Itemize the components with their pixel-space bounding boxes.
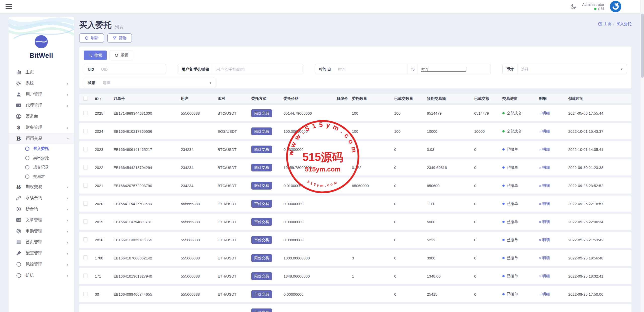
chevron-icon: ‹ (67, 218, 68, 222)
sidebar-item-3[interactable]: 代理管理‹ (9, 100, 74, 111)
table-row: 30EB1664099406744655555666888ETH/USDT市价交… (79, 286, 631, 302)
cell-id: 171 (95, 274, 113, 278)
detail-link[interactable]: » 明细 (539, 111, 550, 115)
sidebar-item-0[interactable]: 主页 (9, 67, 74, 78)
sidebar-item-11[interactable]: 申购管理‹ (9, 226, 74, 237)
sidebar-item-8[interactable]: 永续合约‹ (9, 192, 74, 203)
scrollbar-thumb[interactable] (641, 14, 644, 78)
sidebar-item-6[interactable]: B币币交易‹ (9, 133, 74, 144)
breadcrumb-home-link[interactable]: 主页 (598, 22, 611, 26)
circle-bullet-icon (25, 147, 29, 151)
row-checkbox[interactable] (83, 183, 88, 188)
refresh-button[interactable]: 刷新 (79, 33, 104, 43)
status-text: 已撤单 (507, 147, 518, 152)
user-info[interactable]: Administrator 在线 (582, 2, 604, 11)
user-avatar[interactable] (610, 1, 621, 12)
row-checkbox[interactable] (83, 237, 88, 242)
breadcrumb: 主页 / 买入委托 (598, 22, 631, 26)
uid-input[interactable] (101, 67, 163, 71)
cell-order-no: EB1664101961327940 (113, 274, 181, 278)
dark-mode-moon-icon[interactable] (570, 3, 577, 10)
sidebar-item-4[interactable]: 渠道商 (9, 111, 74, 122)
bitcoin-b-icon: B (16, 136, 22, 142)
cell-filled-amount: 0 (474, 292, 502, 296)
detail-link[interactable]: » 明细 (539, 147, 550, 151)
col-id[interactable]: ID↑ (95, 97, 113, 101)
vertical-scrollbar[interactable] (640, 0, 644, 312)
detail-link[interactable]: » 明细 (539, 165, 550, 169)
sidebar-subitem-0[interactable]: 买入委托 (9, 144, 74, 153)
detail-link[interactable]: » 明细 (539, 238, 550, 242)
breadcrumb-separator: / (613, 22, 614, 26)
time-to-input[interactable] (421, 67, 466, 72)
sidebar-item-9[interactable]: 秒合约‹ (9, 203, 74, 214)
detail-link[interactable]: » 明细 (539, 256, 550, 260)
circle-bullet-icon (25, 174, 29, 179)
circle-bullet-icon (25, 165, 29, 169)
row-checkbox[interactable] (83, 165, 88, 169)
detail-link[interactable]: » 明细 (539, 219, 550, 224)
sidebar-item-1[interactable]: 系统‹ (9, 78, 74, 89)
sidebar-item-15[interactable]: 矿机‹ (9, 270, 74, 281)
row-checkbox[interactable] (83, 292, 88, 296)
sidebar-item-7[interactable]: Ƀ期权交易‹ (9, 181, 74, 192)
top-navbar: Administrator 在线 (0, 0, 644, 13)
detail-link[interactable]: » 明细 (539, 183, 550, 188)
row-checkbox[interactable] (83, 219, 88, 224)
cell-created: 2022-09-25 22:06:34 (562, 220, 627, 224)
hamburger-menu-icon[interactable] (6, 4, 12, 9)
detail-link[interactable]: » 明细 (539, 292, 550, 296)
cell-progress: 已撤单 (502, 147, 539, 152)
chevron-icon: ‹ (67, 196, 68, 200)
detail-link[interactable]: » 明细 (539, 201, 550, 206)
sidebar-item-label: 币币交易 (26, 136, 42, 141)
sidebar-item-2[interactable]: 用户管理‹ (9, 89, 74, 100)
cell-created: 2022-09-25 22:16:57 (562, 202, 627, 206)
reset-button[interactable]: 重置 (110, 51, 133, 60)
cell-pair: BTC/USDT (218, 165, 251, 170)
cell-user: 555666888 (181, 220, 218, 224)
cell-pair: EOS/USDT (218, 129, 251, 133)
sidebar-item-14[interactable]: 风控管理‹ (9, 259, 74, 270)
sidebar-subitem-3[interactable]: 交易对 (9, 172, 74, 181)
sidebar-subitem-1[interactable]: 卖出委托 (9, 153, 74, 163)
detail-link[interactable]: » 明细 (539, 274, 550, 278)
table-header: ID↑ 订单号 用户 币对 委托方式 委托价格 触发价 委托数量 已成交数量 预… (79, 94, 631, 103)
cell-user: 555666888 (181, 202, 218, 206)
cell-order-no: EB1664610217865536 (113, 129, 181, 133)
table-row: 2018EB1664114022165854555666888ETH/USDT市… (79, 232, 631, 248)
row-checkbox[interactable] (83, 255, 88, 260)
cell-filled-amount: 6514479 (474, 111, 502, 115)
sidebar-item-label: 代理管理 (26, 103, 42, 108)
detail-link[interactable]: » 明细 (539, 129, 550, 133)
pair-filter-select[interactable]: 币对 选择 ▼ (502, 64, 627, 74)
dashboard-gauge-icon (598, 22, 602, 26)
chevron-icon: ‹ (67, 125, 68, 130)
row-checkbox[interactable] (83, 129, 88, 133)
cell-filled-amount: 0 (474, 202, 502, 206)
status-filter-select[interactable]: 状态 选择 ▼ (84, 78, 216, 88)
sidebar-item-5[interactable]: $财务管理‹ (9, 122, 74, 133)
filter-button[interactable]: 筛选 (107, 33, 132, 43)
time-from-input[interactable] (338, 67, 405, 71)
sidebar-item-13[interactable]: 配置管理‹ (9, 248, 74, 259)
logo-area (9, 17, 74, 50)
row-checkbox[interactable] (83, 201, 88, 206)
sidebar-subitem-label: 交易对 (33, 174, 45, 179)
chevron-icon: ‹ (67, 81, 68, 86)
select-all-checkbox[interactable] (83, 96, 88, 101)
status-dot (502, 239, 505, 241)
username-input[interactable] (216, 67, 300, 71)
row-checkbox[interactable] (83, 147, 88, 151)
row-checkbox[interactable] (83, 111, 88, 115)
search-button[interactable]: 搜索 (84, 51, 107, 60)
breadcrumb-current: 买入委托 (616, 22, 631, 26)
sidebar-item-10[interactable]: 文章管理‹ (9, 214, 74, 226)
row-checkbox[interactable] (83, 274, 88, 278)
sidebar-subitem-2[interactable]: 成交记录 (9, 163, 74, 172)
sidebar-item-label: 申购管理 (26, 228, 42, 234)
sidebar-item-12[interactable]: 首页管理‹ (9, 237, 74, 248)
cell-progress: 已撤单 (502, 274, 539, 279)
chevron-icon: ‹ (67, 229, 68, 234)
status-dot (502, 293, 505, 295)
